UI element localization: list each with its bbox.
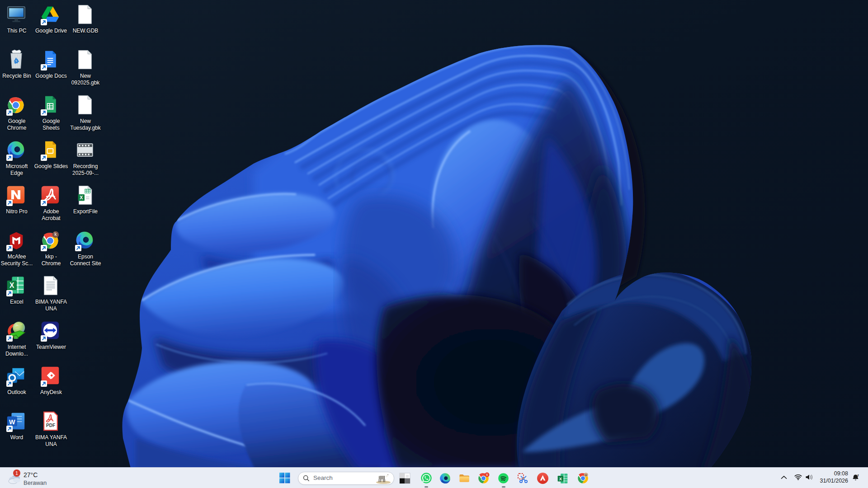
- svg-text:6: 6: [486, 473, 488, 476]
- svg-text:X: X: [9, 282, 14, 289]
- svg-text:PDF: PDF: [46, 423, 55, 428]
- svg-text:z: z: [858, 474, 859, 477]
- svg-text:X: X: [559, 477, 562, 481]
- svg-text:W: W: [9, 418, 15, 426]
- svg-text:X: X: [80, 195, 83, 200]
